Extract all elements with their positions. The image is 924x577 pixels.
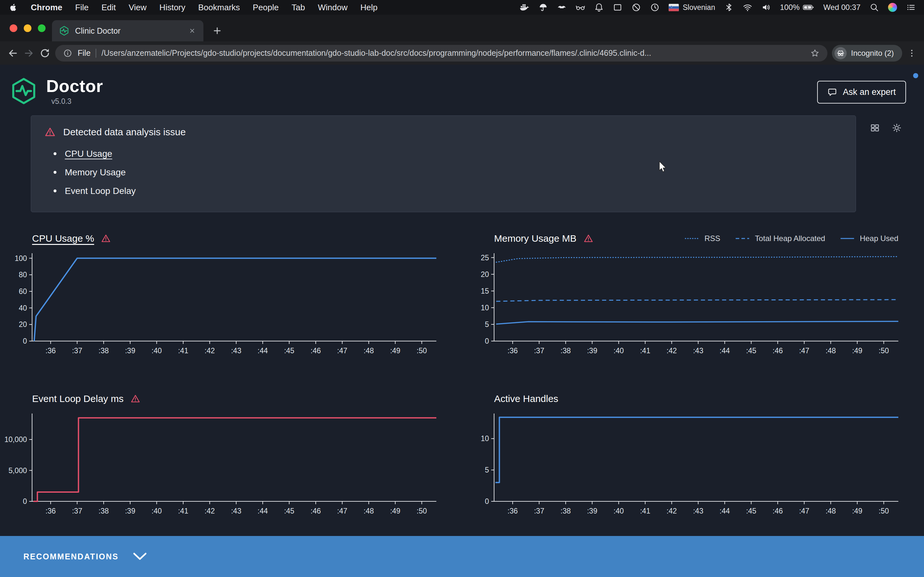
- search-icon[interactable]: [869, 3, 879, 12]
- chart-title[interactable]: CPU Usage %: [32, 233, 94, 244]
- svg-text::45: :45: [746, 507, 756, 515]
- ask-expert-button[interactable]: Ask an expert: [817, 81, 906, 103]
- menu-help[interactable]: Help: [360, 3, 377, 13]
- svg-text:25: 25: [481, 253, 489, 261]
- menu-people[interactable]: People: [253, 3, 279, 13]
- title-column: Doctor v5.0.3: [46, 77, 103, 106]
- svg-text:15: 15: [481, 287, 489, 295]
- window-icon[interactable]: [613, 3, 622, 12]
- clinic-favicon-icon: [59, 26, 69, 36]
- chart-event-loop-delay-ms: Event Loop Delay ms05,00010,000:36:37:38…: [0, 392, 462, 517]
- svg-text::45: :45: [746, 347, 756, 355]
- chart-canvas: 0510:36:37:38:39:40:41:42:43:44:45:46:47…: [462, 410, 905, 516]
- chart-title-row: Active Handles: [462, 392, 905, 406]
- zoom-window-button[interactable]: [38, 24, 45, 32]
- svg-text::39: :39: [125, 347, 136, 355]
- menu-tab[interactable]: Tab: [292, 3, 305, 13]
- bookmark-star-icon[interactable]: [810, 48, 820, 58]
- menu-edit[interactable]: Edit: [102, 3, 116, 13]
- alert-issue-event-loop-delay[interactable]: Event Loop Delay: [53, 182, 842, 200]
- menu-history[interactable]: History: [160, 3, 186, 13]
- incognito-badge[interactable]: Incognito (2): [832, 45, 902, 61]
- do-not-disturb-icon[interactable]: [632, 3, 641, 12]
- svg-text::48: :48: [825, 507, 836, 515]
- minimize-window-button[interactable]: [24, 24, 31, 32]
- svg-text::47: :47: [337, 347, 347, 355]
- docker-icon[interactable]: [520, 3, 529, 12]
- menu-bookmarks[interactable]: Bookmarks: [198, 3, 240, 13]
- language-label: Slovenian: [683, 3, 715, 12]
- slovenian-flag-icon: [669, 4, 679, 11]
- svg-text::37: :37: [72, 507, 82, 515]
- volume-icon[interactable]: [761, 3, 771, 12]
- menu-chrome[interactable]: Chrome: [31, 3, 62, 13]
- wings-icon[interactable]: [557, 3, 567, 12]
- reload-icon[interactable]: [39, 47, 51, 59]
- glasses-icon[interactable]: [575, 3, 585, 12]
- svg-text:10,000: 10,000: [5, 435, 27, 444]
- alert-issue-memory-usage[interactable]: Memory Usage: [53, 163, 842, 182]
- chart-plot: 05,00010,000:36:37:38:39:40:41:42:43:44:…: [0, 410, 462, 517]
- info-icon[interactable]: [63, 48, 73, 58]
- svg-text::41: :41: [640, 507, 650, 515]
- svg-text::44: :44: [258, 347, 268, 355]
- menu-window[interactable]: Window: [318, 3, 347, 13]
- svg-text:0: 0: [485, 337, 489, 345]
- svg-text::47: :47: [337, 507, 347, 515]
- chart-title-row: Event Loop Delay ms: [0, 392, 443, 406]
- browser-tabstrip: Clinic Doctor: [0, 15, 924, 41]
- browser-menu-icon[interactable]: [907, 48, 917, 58]
- input-language[interactable]: Slovenian: [669, 3, 715, 12]
- menubar-status: Slovenian100%Wed 00:37: [520, 3, 916, 12]
- theme-toggle-sun-icon[interactable]: [892, 123, 901, 133]
- menu-file[interactable]: File: [75, 3, 89, 13]
- recommendations-bar[interactable]: RECOMMENDATIONS: [0, 536, 924, 577]
- svg-text:5,000: 5,000: [8, 466, 27, 474]
- bluetooth-icon[interactable]: [724, 3, 734, 12]
- bell-icon[interactable]: [594, 3, 604, 12]
- svg-text:0: 0: [23, 337, 27, 345]
- browser-tab[interactable]: Clinic Doctor: [52, 20, 204, 41]
- svg-text:10: 10: [481, 303, 489, 312]
- back-icon[interactable]: [7, 47, 19, 59]
- svg-text:60: 60: [19, 287, 27, 295]
- svg-text::44: :44: [720, 347, 730, 355]
- siri-icon[interactable]: [888, 3, 897, 12]
- forward-icon[interactable]: [23, 47, 35, 59]
- svg-text::43: :43: [231, 347, 241, 355]
- panel-actions: [870, 115, 901, 133]
- chevron-down-icon[interactable]: [133, 552, 147, 561]
- alert-issue-cpu-usage[interactable]: CPU Usage: [53, 145, 842, 163]
- svg-text::40: :40: [152, 507, 162, 515]
- close-window-button[interactable]: [10, 24, 17, 32]
- chart-cpu-usage: CPU Usage %020406080100:36:37:38:39:40:4…: [0, 231, 462, 356]
- chart-title: Memory Usage MB: [494, 233, 577, 244]
- control-center-icon[interactable]: [906, 3, 916, 12]
- battery-status[interactable]: 100%: [780, 3, 814, 12]
- omnibox[interactable]: File /Users/anzematelic/Projects/gdo-stu…: [55, 45, 827, 61]
- chart-active-handles: Active Handles0510:36:37:38:39:40:41:42:…: [462, 392, 924, 517]
- apple-icon[interactable]: [8, 3, 18, 12]
- svg-text::37: :37: [534, 507, 544, 515]
- svg-text::42: :42: [667, 347, 677, 355]
- svg-text::43: :43: [693, 507, 703, 515]
- svg-text::37: :37: [72, 347, 82, 355]
- incognito-label: Incognito (2): [851, 49, 894, 58]
- close-tab-icon[interactable]: [188, 27, 196, 35]
- svg-text::46: :46: [772, 507, 783, 515]
- legend-line-sample: [840, 237, 855, 240]
- clock-icon[interactable]: [650, 3, 660, 12]
- warning-icon: [45, 127, 55, 137]
- menu-view[interactable]: View: [129, 3, 147, 13]
- warning-icon: [131, 394, 140, 404]
- svg-text:20: 20: [481, 270, 489, 278]
- wifi-icon[interactable]: [743, 3, 752, 12]
- umbrella-icon[interactable]: [538, 3, 548, 12]
- chart-canvas: 020406080100:36:37:38:39:40:41:42:43:44:…: [0, 250, 443, 355]
- svg-text::41: :41: [178, 347, 188, 355]
- layout-toggle-icon[interactable]: [870, 123, 880, 133]
- new-tab-button[interactable]: [212, 25, 223, 36]
- menubar-clock[interactable]: Wed 00:37: [823, 3, 861, 12]
- svg-text::49: :49: [390, 507, 401, 515]
- legend-item-heap-used: Heap Used: [840, 234, 898, 243]
